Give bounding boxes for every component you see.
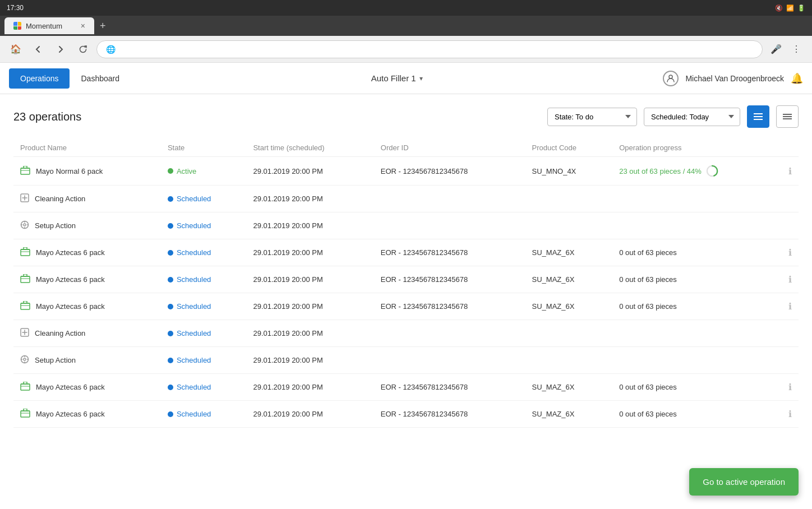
nav-right-controls: 🎤 ⋮ [767,40,805,58]
order-id-cell [374,186,525,212]
info-icon[interactable]: ℹ [788,166,792,176]
address-bar[interactable]: 🌐 [96,40,763,58]
svg-rect-17 [21,249,30,256]
table-row[interactable]: Mayo Aztecas 6 pack Scheduled 29.01.2019… [13,374,799,401]
product-name-cell: Cleaning Action [13,186,161,212]
tab-favicon [13,22,21,30]
svg-rect-4 [783,114,792,115]
info-icon[interactable]: ℹ [788,248,792,257]
state-cell: Active [161,157,247,186]
back-button[interactable] [29,40,47,58]
status-badge: Scheduled [168,221,240,230]
status-badge: Scheduled [168,195,240,203]
state-cell: Scheduled [161,186,247,212]
browser-menu-button[interactable]: ⋮ [787,40,805,58]
order-id-cell: EOR - 1234567812345678 [374,374,525,401]
state-cell: Scheduled [161,239,247,266]
product-name: Mayo Aztecas 6 pack [36,302,105,311]
order-id-cell: EOR - 1234567812345678 [374,401,525,428]
info-icon[interactable]: ℹ [788,275,792,284]
table-row[interactable]: Setup Action Scheduled 29.01.2019 20:00 … [13,347,799,374]
svg-point-16 [24,224,26,226]
product-type-icon [20,301,30,312]
start-time-cell: 29.01.2019 20:00 PM [246,212,373,239]
info-cell [782,347,799,374]
progress-text: 0 out of 63 pieces [619,383,677,391]
table-row[interactable]: Mayo Aztecas 6 pack Scheduled 29.01.2019… [13,293,799,320]
info-cell: ℹ [782,239,799,266]
notification-bell-icon[interactable]: 🔔 [791,72,803,85]
header-right: Michael Van Droogenbroeck 🔔 [663,71,803,86]
info-cell: ℹ [782,266,799,293]
table-row[interactable]: Cleaning Action Scheduled 29.01.2019 20:… [13,186,799,212]
status-badge: Scheduled [168,410,240,418]
status-badge: Scheduled [168,302,240,311]
table-row[interactable]: Mayo Aztecas 6 pack Scheduled 29.01.2019… [13,239,799,266]
table-row[interactable]: Cleaning Action Scheduled 29.01.2019 20:… [13,320,799,347]
new-tab-button[interactable]: + [96,20,109,32]
state-cell: Scheduled [161,293,247,320]
product-name: Cleaning Action [35,195,85,203]
svg-point-34 [24,358,26,360]
forward-button[interactable] [52,40,70,58]
page-content: 23 operations State: To do State: Active… [0,94,812,439]
machine-selector[interactable]: Auto Filler 1 ▾ [371,73,423,83]
tab-close-button[interactable]: × [81,21,85,30]
info-cell [782,320,799,347]
browser-tab[interactable]: Momentum × [4,17,94,34]
header-center: Auto Filler 1 ▾ [131,73,663,83]
page-title: 23 operations [13,110,541,123]
progress-cell [612,320,782,347]
svg-rect-3 [754,119,763,120]
progress-cell: 23 out of 63 pieces / 44% [612,157,782,186]
col-order-id: Order ID [374,139,525,157]
progress-text: 23 out of 63 pieces / 44% [619,165,775,177]
browser-title-bar: 17:30 🔇 📶 🔋 [0,0,812,16]
product-type-icon [20,247,30,258]
product-name-cell: Setup Action [13,212,161,239]
status-badge: Scheduled [168,329,240,337]
mute-icon: 🔇 [775,4,783,12]
state-cell: Scheduled [161,320,247,347]
home-button[interactable]: 🏠 [7,40,25,58]
product-type-icon [20,382,30,392]
product-name-cell: Setup Action [13,347,161,374]
table-row[interactable]: Mayo Aztecas 6 pack Scheduled 29.01.2019… [13,266,799,293]
state-cell: Scheduled [161,347,247,374]
info-icon[interactable]: ℹ [788,409,792,419]
table-row[interactable]: Setup Action Scheduled 29.01.2019 20:00 … [13,212,799,239]
state-filter-select[interactable]: State: To do State: Active State: Done [547,108,637,126]
product-name-cell: Cleaning Action [13,320,161,347]
product-name-cell: Mayo Aztecas 6 pack [13,401,161,428]
product-name: Setup Action [35,221,76,230]
user-name: Michael Van Droogenbroeck [685,74,784,83]
progress-cell [612,212,782,239]
table-row[interactable]: Mayo Normal 6 pack Active 29.01.2019 20:… [13,157,799,186]
product-type-icon [20,220,29,231]
info-icon[interactable]: ℹ [788,302,792,311]
product-name-cell: Mayo Normal 6 pack [13,157,161,186]
microphone-button[interactable]: 🎤 [767,40,785,58]
refresh-button[interactable] [74,40,92,58]
tab-operations[interactable]: Operations [9,68,70,89]
list-view-button[interactable] [747,105,769,128]
product-name: Mayo Normal 6 pack [36,167,103,175]
progress-text: 0 out of 63 pieces [619,248,677,257]
table-row[interactable]: Mayo Aztecas 6 pack Scheduled 29.01.2019… [13,401,799,428]
product-code-cell: SU_MAZ_6X [525,401,613,428]
app-header: Operations Dashboard Auto Filler 1 ▾ Mic… [0,63,812,94]
svg-rect-2 [754,116,763,117]
product-name: Mayo Aztecas 6 pack [36,275,105,284]
product-type-icon [20,409,30,419]
scheduled-filter-select[interactable]: Scheduled: Today Scheduled: This Week [644,108,740,126]
progress-text: 0 out of 63 pieces [619,410,677,418]
tab-dashboard[interactable]: Dashboard [70,68,131,89]
compact-view-button[interactable] [776,105,799,128]
svg-rect-1 [754,113,763,114]
info-icon[interactable]: ℹ [788,382,792,392]
product-name: Cleaning Action [35,329,85,337]
col-product-code: Product Code [525,139,613,157]
progress-cell: 0 out of 63 pieces [612,401,782,428]
product-name: Mayo Aztecas 6 pack [36,248,105,257]
goto-active-operation-button[interactable]: Go to active operation [689,468,799,496]
